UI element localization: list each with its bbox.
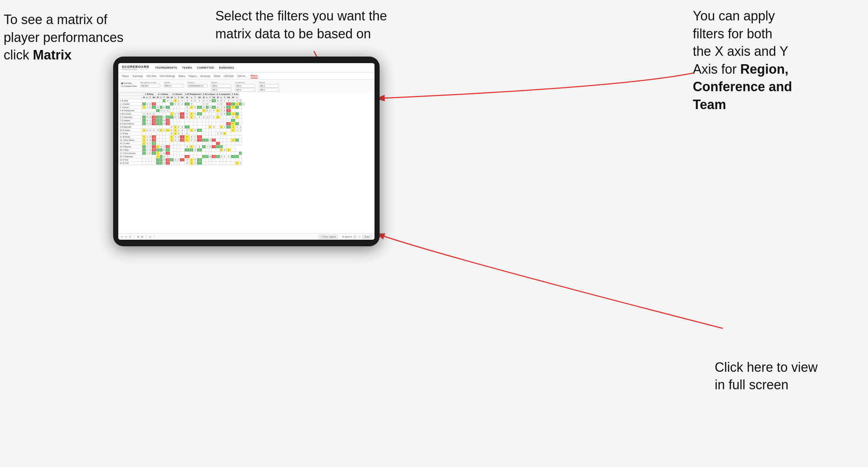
matrix-cell[interactable]: 1 bbox=[177, 158, 180, 162]
subnav-h2h-grid[interactable]: H2H Grid bbox=[146, 74, 156, 78]
matrix-cell[interactable] bbox=[208, 132, 211, 135]
matrix-cell[interactable] bbox=[151, 109, 156, 112]
matrix-cell[interactable] bbox=[173, 106, 177, 109]
matrix-cell[interactable]: 2 bbox=[151, 152, 156, 155]
matrix-cell[interactable]: 1 bbox=[146, 145, 149, 148]
matrix-cell[interactable]: 0 bbox=[160, 109, 162, 112]
matrix-cell[interactable] bbox=[173, 162, 177, 165]
matrix-cell[interactable]: -16 bbox=[151, 103, 156, 106]
matrix-cell[interactable]: -3 bbox=[197, 139, 202, 142]
matrix-cell[interactable] bbox=[170, 122, 174, 126]
matrix-cell[interactable] bbox=[190, 132, 193, 135]
matrix-cell[interactable]: -20 bbox=[165, 158, 170, 162]
matrix-cell[interactable]: 0 bbox=[177, 112, 180, 116]
matrix-cell[interactable]: 0 bbox=[193, 158, 197, 162]
matrix-cell[interactable] bbox=[239, 106, 242, 109]
matrix-cell[interactable]: 0 bbox=[177, 126, 180, 129]
matrix-cell[interactable] bbox=[170, 145, 174, 148]
matrix-cell[interactable]: 2 bbox=[206, 139, 208, 142]
matrix-cell[interactable]: -45 bbox=[151, 122, 156, 126]
matrix-cell[interactable]: 0 bbox=[184, 132, 190, 135]
subnav-detail[interactable]: Detail bbox=[214, 74, 220, 78]
matrix-cell[interactable] bbox=[193, 119, 197, 122]
matrix-cell[interactable]: 7 bbox=[197, 162, 202, 165]
matrix-cell[interactable]: 2 bbox=[170, 103, 174, 106]
gender-select[interactable]: Men's ▾ bbox=[164, 84, 184, 88]
matrix-cell[interactable]: 2 bbox=[202, 155, 206, 158]
matrix-cell[interactable]: 0 bbox=[162, 106, 165, 109]
matrix-cell[interactable]: 0 bbox=[165, 155, 170, 158]
matrix-cell[interactable]: 1 bbox=[142, 142, 146, 145]
matrix-cell[interactable] bbox=[173, 122, 177, 126]
matrix-cell[interactable]: 2 bbox=[142, 152, 146, 155]
matrix-cell[interactable] bbox=[142, 126, 146, 129]
matrix-cell[interactable] bbox=[226, 142, 231, 145]
matrix-cell[interactable] bbox=[177, 148, 180, 152]
matrix-cell[interactable] bbox=[235, 158, 239, 162]
matrix-cell[interactable]: -25 bbox=[151, 148, 156, 152]
timer-btn[interactable]: ⏱ bbox=[149, 236, 151, 238]
matrix-cell[interactable]: -1 bbox=[180, 112, 184, 116]
matrix-cell[interactable] bbox=[216, 119, 220, 122]
matrix-cell[interactable]: 1 bbox=[235, 116, 239, 119]
matrix-cell[interactable]: 0 bbox=[208, 139, 211, 142]
matrix-cell[interactable] bbox=[190, 109, 193, 112]
matrix-cell[interactable]: 0 bbox=[149, 135, 151, 139]
matrix-cell[interactable]: 1 bbox=[231, 112, 235, 116]
matrix-cell[interactable] bbox=[149, 126, 151, 129]
matrix-cell[interactable]: 1 bbox=[193, 116, 197, 119]
matrix-cell[interactable]: 0 bbox=[208, 106, 211, 109]
matrix-cell[interactable]: 0 bbox=[206, 103, 208, 106]
matrix-cell[interactable]: 0 bbox=[190, 135, 193, 139]
matrix-cell[interactable] bbox=[202, 129, 206, 132]
matrix-cell[interactable] bbox=[211, 129, 216, 132]
matrix-cell[interactable] bbox=[156, 142, 160, 145]
matrix-cell[interactable] bbox=[216, 126, 220, 129]
matrix-cell[interactable] bbox=[160, 112, 162, 116]
matrix-cell[interactable]: 2 bbox=[242, 103, 245, 106]
matrix-cell[interactable] bbox=[173, 119, 177, 122]
matrix-cell[interactable]: 0 bbox=[197, 116, 202, 119]
matrix-cell[interactable]: 1 bbox=[170, 112, 174, 116]
matrix-cell[interactable] bbox=[170, 152, 174, 155]
matrix-cell[interactable] bbox=[151, 132, 156, 135]
matrix-cell[interactable] bbox=[223, 103, 226, 106]
matrix-cell[interactable] bbox=[165, 135, 170, 139]
matrix-cell[interactable]: 1 bbox=[208, 126, 211, 129]
matrix-cell[interactable]: 0 bbox=[193, 99, 197, 103]
matrix-cell[interactable]: 0 bbox=[170, 126, 174, 129]
matrix-cell[interactable] bbox=[193, 132, 197, 135]
matrix-cell[interactable]: 0 bbox=[184, 162, 190, 165]
matrix-cell[interactable] bbox=[173, 109, 177, 112]
matrix-cell[interactable]: 0 bbox=[149, 152, 151, 155]
matrix-cell[interactable] bbox=[170, 109, 174, 112]
matrix-cell[interactable] bbox=[206, 135, 208, 139]
matrix-cell[interactable] bbox=[177, 152, 180, 155]
matrix-cell[interactable]: 2 bbox=[239, 103, 242, 106]
matrix-cell[interactable] bbox=[223, 135, 226, 139]
matrix-cell[interactable]: 0 bbox=[184, 112, 190, 116]
matrix-cell[interactable] bbox=[190, 152, 193, 155]
matrix-cell[interactable]: 0 bbox=[208, 155, 211, 158]
matrix-cell[interactable] bbox=[193, 103, 197, 106]
view-original-btn[interactable]: 📋 View: Original bbox=[319, 235, 338, 239]
matrix-cell[interactable] bbox=[239, 135, 242, 139]
matrix-cell[interactable] bbox=[142, 155, 146, 158]
matrix-cell[interactable]: 2 bbox=[149, 122, 151, 126]
matrix-cell[interactable]: 0 bbox=[223, 106, 226, 109]
matrix-cell[interactable] bbox=[223, 145, 226, 148]
matrix-cell[interactable] bbox=[197, 103, 202, 106]
matrix-cell[interactable]: 0 bbox=[193, 112, 197, 116]
matrix-cell[interactable]: 0 bbox=[223, 109, 226, 112]
matrix-cell[interactable]: 1 bbox=[170, 139, 174, 142]
matrix-cell[interactable]: 1 bbox=[220, 109, 223, 112]
watch-btn[interactable]: 👁 Watch ▾ bbox=[342, 236, 352, 238]
nav-teams[interactable]: TEAMS bbox=[182, 66, 192, 69]
matrix-cell[interactable]: -16 bbox=[165, 122, 170, 126]
matrix-cell[interactable]: 13 bbox=[197, 158, 202, 162]
matrix-cell[interactable]: 1 bbox=[206, 116, 208, 119]
matrix-cell[interactable] bbox=[170, 155, 174, 158]
matrix-cell[interactable] bbox=[142, 158, 146, 162]
matrix-cell[interactable]: 0 bbox=[208, 99, 211, 103]
matrix-cell[interactable]: 0 bbox=[226, 99, 231, 103]
